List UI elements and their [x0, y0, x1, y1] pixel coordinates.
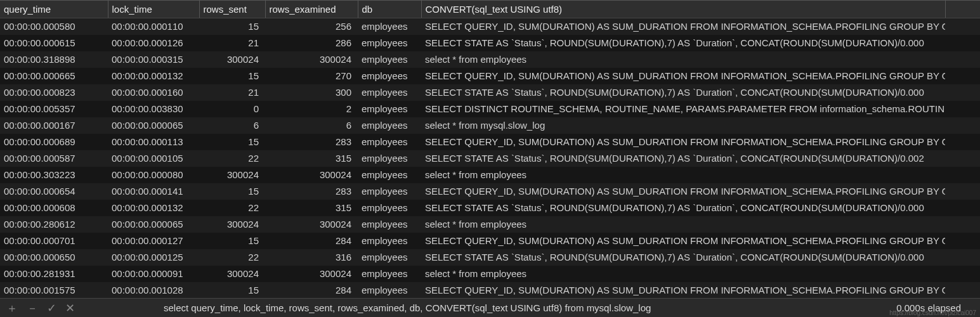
cell-db[interactable]: employees: [358, 150, 421, 167]
cell-rows-examined[interactable]: 300024: [265, 167, 358, 183]
cell-rows-sent[interactable]: 21: [199, 84, 265, 101]
cell-lock-time[interactable]: 00:00:00.003830: [108, 101, 199, 117]
cell-rows-sent[interactable]: 22: [199, 200, 265, 216]
cell-rows-examined[interactable]: 316: [265, 249, 358, 266]
cell-query-time[interactable]: 00:00:00.318898: [0, 51, 108, 68]
cell-sql[interactable]: SELECT STATE AS `Status`, ROUND(SUM(DURA…: [421, 200, 945, 216]
cell-db[interactable]: employees: [358, 18, 421, 35]
cell-rows-sent[interactable]: 15: [199, 68, 265, 84]
table-row[interactable]: 00:00:00.31889800:00:00.0003153000243000…: [0, 51, 980, 68]
cell-lock-time[interactable]: 00:00:00.000141: [108, 183, 199, 200]
cell-rows-examined[interactable]: 300024: [265, 216, 358, 233]
cell-rows-examined[interactable]: 284: [265, 282, 358, 299]
cell-rows-sent[interactable]: 22: [199, 249, 265, 266]
cell-db[interactable]: employees: [358, 216, 421, 233]
col-header-rows-sent[interactable]: rows_sent: [199, 1, 265, 18]
cell-query-time[interactable]: 00:00:00.303223: [0, 167, 108, 183]
cell-lock-time[interactable]: 00:00:00.000160: [108, 84, 199, 101]
col-header-rows-examined[interactable]: rows_examined: [265, 1, 358, 18]
cell-rows-examined[interactable]: 300024: [265, 51, 358, 68]
cell-query-time[interactable]: 00:00:00.000608: [0, 200, 108, 216]
cell-rows-examined[interactable]: 315: [265, 200, 358, 216]
confirm-icon[interactable]: ✓: [47, 302, 56, 314]
cell-query-time[interactable]: 00:00:00.001575: [0, 282, 108, 299]
cell-rows-sent[interactable]: 15: [199, 183, 265, 200]
cell-sql[interactable]: SELECT STATE AS `Status`, ROUND(SUM(DURA…: [421, 35, 945, 51]
cell-rows-examined[interactable]: 284: [265, 233, 358, 249]
cell-sql[interactable]: SELECT DISTINCT ROUTINE_SCHEMA, ROUTINE_…: [421, 101, 945, 117]
cell-db[interactable]: employees: [358, 266, 421, 282]
cell-query-time[interactable]: 00:00:00.005357: [0, 101, 108, 117]
col-header-query-time[interactable]: query_time: [0, 1, 108, 18]
cell-rows-sent[interactable]: 0: [199, 101, 265, 117]
cell-sql[interactable]: select * from employees: [421, 216, 945, 233]
cell-lock-time[interactable]: 00:00:00.000132: [108, 68, 199, 84]
cell-db[interactable]: employees: [358, 282, 421, 299]
cell-query-time[interactable]: 00:00:00.000650: [0, 249, 108, 266]
cell-rows-sent[interactable]: 15: [199, 134, 265, 150]
table-row[interactable]: 00:00:00.00535700:00:00.00383002employee…: [0, 101, 980, 117]
cell-lock-time[interactable]: 00:00:00.000065: [108, 216, 199, 233]
cell-rows-examined[interactable]: 300: [265, 84, 358, 101]
cell-query-time[interactable]: 00:00:00.000665: [0, 68, 108, 84]
cell-query-time[interactable]: 00:00:00.000615: [0, 35, 108, 51]
table-row[interactable]: 00:00:00.00016700:00:00.00006566employee…: [0, 117, 980, 134]
cell-lock-time[interactable]: 00:00:00.000065: [108, 117, 199, 134]
cell-sql[interactable]: select * from employees: [421, 51, 945, 68]
table-row[interactable]: 00:00:00.00157500:00:00.00102815284emplo…: [0, 282, 980, 299]
cell-sql[interactable]: SELECT QUERY_ID, SUM(DURATION) AS SUM_DU…: [421, 18, 945, 35]
table-row[interactable]: 00:00:00.00065000:00:00.00012522316emplo…: [0, 249, 980, 266]
cell-rows-sent[interactable]: 15: [199, 233, 265, 249]
cell-query-time[interactable]: 00:00:00.280612: [0, 216, 108, 233]
cell-db[interactable]: employees: [358, 134, 421, 150]
table-row[interactable]: 00:00:00.30322300:00:00.0000803000243000…: [0, 167, 980, 183]
add-row-icon[interactable]: ＋: [6, 302, 18, 314]
cell-query-time[interactable]: 00:00:00.000701: [0, 233, 108, 249]
cell-db[interactable]: employees: [358, 51, 421, 68]
cell-lock-time[interactable]: 00:00:00.000080: [108, 167, 199, 183]
cell-query-time[interactable]: 00:00:00.000823: [0, 84, 108, 101]
col-header-lock-time[interactable]: lock_time: [108, 1, 199, 18]
cell-db[interactable]: employees: [358, 167, 421, 183]
table-row[interactable]: 00:00:00.00068900:00:00.00011315283emplo…: [0, 134, 980, 150]
cell-query-time[interactable]: 00:00:00.000580: [0, 18, 108, 35]
remove-row-icon[interactable]: －: [27, 302, 38, 314]
table-row[interactable]: 00:00:00.00058700:00:00.00010522315emplo…: [0, 150, 980, 167]
cell-db[interactable]: employees: [358, 249, 421, 266]
cell-rows-examined[interactable]: 283: [265, 134, 358, 150]
cell-query-time[interactable]: 00:00:00.000654: [0, 183, 108, 200]
cell-rows-sent[interactable]: 15: [199, 18, 265, 35]
cell-rows-examined[interactable]: 270: [265, 68, 358, 84]
cell-query-time[interactable]: 00:00:00.000587: [0, 150, 108, 167]
cell-lock-time[interactable]: 00:00:00.000315: [108, 51, 199, 68]
col-header-db[interactable]: db: [358, 1, 421, 18]
cell-db[interactable]: employees: [358, 84, 421, 101]
cell-sql[interactable]: select * from employees: [421, 167, 945, 183]
cell-db[interactable]: employees: [358, 183, 421, 200]
cell-sql[interactable]: select * from employees: [421, 266, 945, 282]
cell-query-time[interactable]: 00:00:00.000689: [0, 134, 108, 150]
cell-rows-sent[interactable]: 300024: [199, 266, 265, 282]
cell-rows-examined[interactable]: 2: [265, 101, 358, 117]
cell-rows-sent[interactable]: 22: [199, 150, 265, 167]
cell-db[interactable]: employees: [358, 117, 421, 134]
cell-rows-sent[interactable]: 6: [199, 117, 265, 134]
cell-sql[interactable]: SELECT QUERY_ID, SUM(DURATION) AS SUM_DU…: [421, 183, 945, 200]
cell-db[interactable]: employees: [358, 101, 421, 117]
cell-lock-time[interactable]: 00:00:00.000125: [108, 249, 199, 266]
cell-lock-time[interactable]: 00:00:00.000127: [108, 233, 199, 249]
table-row[interactable]: 00:00:00.00066500:00:00.00013215270emplo…: [0, 68, 980, 84]
cell-lock-time[interactable]: 00:00:00.001028: [108, 282, 199, 299]
cell-sql[interactable]: SELECT STATE AS `Status`, ROUND(SUM(DURA…: [421, 150, 945, 167]
table-row[interactable]: 00:00:00.28061200:00:00.0000653000243000…: [0, 216, 980, 233]
cell-lock-time[interactable]: 00:00:00.000091: [108, 266, 199, 282]
cell-rows-examined[interactable]: 300024: [265, 266, 358, 282]
cell-sql[interactable]: select * from mysql.slow_log: [421, 117, 945, 134]
cell-db[interactable]: employees: [358, 200, 421, 216]
cell-rows-examined[interactable]: 315: [265, 150, 358, 167]
cell-rows-examined[interactable]: 286: [265, 35, 358, 51]
table-row[interactable]: 00:00:00.00082300:00:00.00016021300emplo…: [0, 84, 980, 101]
table-row[interactable]: 00:00:00.00060800:00:00.00013222315emplo…: [0, 200, 980, 216]
cell-db[interactable]: employees: [358, 35, 421, 51]
cell-rows-sent[interactable]: 21: [199, 35, 265, 51]
